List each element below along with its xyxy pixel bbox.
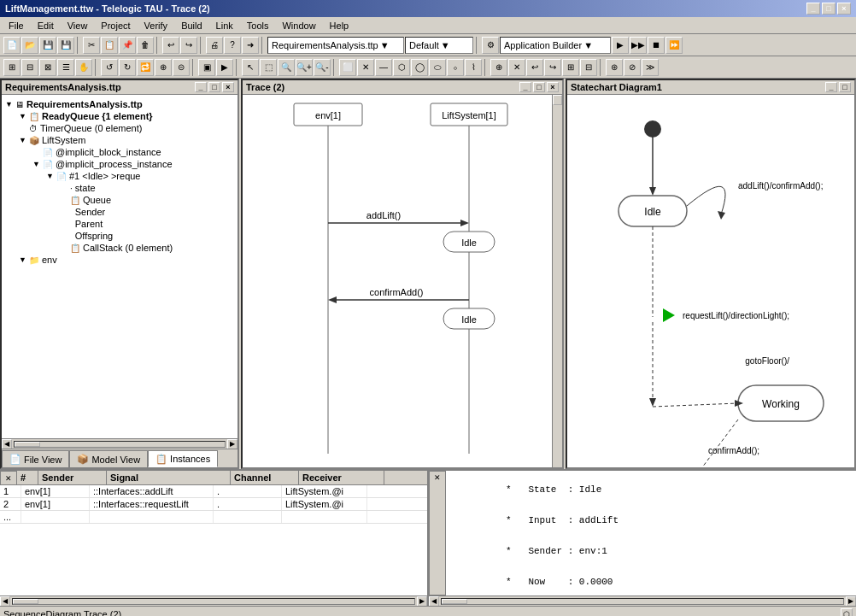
builder-dropdown[interactable]: Application Builder ▼ [500,37,611,54]
tb2-shape-1[interactable]: ⬜ [339,59,356,76]
undo-button[interactable]: ↩ [162,37,179,54]
tree-expand-instance1[interactable]: ▼ [46,172,56,180]
minimize-button[interactable]: _ [806,3,820,15]
menu-build[interactable]: Build [176,20,207,32]
table-row-1[interactable]: 1 env[1] ::Interfaces::addLift . LiftSys… [0,485,427,498]
tb2-anim-2[interactable]: ✕ [508,59,525,76]
tree-item-timerqueue[interactable]: ⏱ TimerQueue (0 element) [5,122,234,134]
redo-button[interactable]: ↪ [180,37,197,54]
tree-item-liftsystem[interactable]: ▼ 📦 LiftSystem [5,134,234,146]
arrow-button[interactable]: ➜ [242,37,259,54]
tb2-btn-9[interactable]: ⊕ [155,59,172,76]
tb-run-4[interactable]: ⏩ [665,37,683,54]
tb2-btn-10[interactable]: ⊝ [173,59,190,76]
tree-item-parent[interactable]: Parent [5,218,234,230]
menu-window[interactable]: Window [277,20,320,32]
tb2-shape-7[interactable]: ⬦ [447,59,464,76]
trace-maximize[interactable]: □ [533,82,545,92]
tb2-zoom[interactable]: 🔍 [278,59,295,76]
tb2-shape-3[interactable]: — [375,59,392,76]
tb-run-2[interactable]: ▶▶ [630,37,647,54]
tb2-btn-1[interactable]: ⊞ [3,59,21,76]
left-panel-maximize[interactable]: □ [208,82,220,92]
tree-item-block-instance[interactable]: 📄 @implicit_block_instance [5,146,234,158]
paste-button[interactable]: 📌 [119,37,136,54]
log-scroll-track[interactable] [441,598,844,605]
builder-dropdown-arrow[interactable]: ▼ [583,40,593,50]
tb-icon-1[interactable]: ⚙ [482,37,499,54]
tree-expand-env[interactable]: ▼ [19,255,29,264]
menu-link[interactable]: Link [211,20,238,32]
menu-verify[interactable]: Verify [139,20,173,32]
tree-item-queue[interactable]: 📋 Queue [5,194,234,206]
tree-item-offspring[interactable]: Offspring [5,230,234,242]
tb2-btn-2[interactable]: ⊟ [21,59,38,76]
log-scroll-right[interactable]: ▶ [846,596,856,607]
tree-item-env[interactable]: ▼ 📁 env [5,254,234,266]
statechart-maximize[interactable]: □ [839,82,851,92]
tb2-shape-8[interactable]: ⌇ [465,59,482,76]
cut-button[interactable]: ✂ [83,37,100,54]
tb2-anim-6[interactable]: ⊟ [580,59,597,76]
menu-view[interactable]: View [62,20,93,32]
tb2-anim-4[interactable]: ↪ [544,59,561,76]
print-button[interactable]: 🖨 [206,37,223,54]
tree-expand-root[interactable]: ▼ [5,100,15,109]
maximize-button[interactable]: □ [822,3,835,15]
tb2-btn-7[interactable]: ↻ [119,59,136,76]
trace-scrollbar-v[interactable] [552,95,562,467]
tb2-shape-2[interactable]: ✕ [357,59,374,76]
scroll-left-btn[interactable]: ◀ [2,439,12,449]
tb2-cursor[interactable]: ↖ [242,59,259,76]
menu-tools[interactable]: Tools [242,20,274,32]
tb-run-1[interactable]: ▶ [612,37,629,54]
tb2-select[interactable]: ⬚ [260,59,277,76]
log-scroll-left[interactable]: ◀ [429,596,439,607]
table-scroll-track[interactable] [12,598,415,605]
tab-file-view[interactable]: 📄 File View [2,450,69,467]
project-dropdown-arrow[interactable]: ▼ [380,40,390,50]
delete-button[interactable]: 🗑 [137,37,154,54]
trace-restore[interactable]: _ [519,82,531,92]
left-panel-restore[interactable]: _ [195,82,207,92]
left-panel-scrollbar-h[interactable]: ◀ ▶ [2,438,237,449]
tb2-anim-1[interactable]: ⊕ [490,59,507,76]
tb-run-3[interactable]: ⏹ [648,37,665,54]
trace-close[interactable]: × [547,82,559,92]
tb2-zoom-out[interactable]: 🔍- [314,59,331,76]
tb2-btn-8[interactable]: 🔁 [137,59,154,76]
table-scroll-right[interactable]: ▶ [417,596,427,607]
tree-expand-readyqueue[interactable]: ▼ [19,112,29,120]
tb2-step-2[interactable]: ⊘ [624,59,641,76]
status-resize-btn[interactable]: ⬡ [841,608,853,617]
menu-file[interactable]: File [3,20,29,32]
tree-item-process-instance[interactable]: ▼ 📄 @implicit_process_instance [5,158,234,170]
statechart-restore[interactable]: _ [825,82,837,92]
tree-expand-liftsystem[interactable]: ▼ [19,136,29,144]
help-button[interactable]: ? [224,37,241,54]
new-button[interactable]: 📄 [3,37,21,54]
close-button[interactable]: × [837,3,851,15]
tb2-btn-12[interactable]: ▶ [216,59,233,76]
tb2-anim-3[interactable]: ↩ [526,59,543,76]
tree-item-sender[interactable]: Sender [5,206,234,218]
left-panel-close[interactable]: × [222,82,234,92]
menu-help[interactable]: Help [325,20,355,32]
tree-item-instance1[interactable]: ▼ 📄 #1 <Idle> >reque [5,170,234,182]
copy-button[interactable]: 📋 [101,37,118,54]
tb2-btn-3[interactable]: ⊠ [39,59,56,76]
scroll-right-btn[interactable]: ▶ [227,439,237,449]
tb2-btn-11[interactable]: ▣ [198,59,215,76]
project-dropdown[interactable]: RequirementsAnalysis.ttp ▼ [267,37,404,54]
tb2-shape-5[interactable]: ◯ [411,59,428,76]
tree-item-callstack[interactable]: 📋 CallStack (0 element) [5,242,234,254]
table-scrollbar-h[interactable]: ◀ ▶ [0,595,427,606]
config-dropdown[interactable]: Default ▼ [405,37,473,54]
menu-edit[interactable]: Edit [32,20,59,32]
tree-item-readyqueue[interactable]: ▼ 📋 ReadyQueue {1 element} [5,110,234,122]
tb2-anim-5[interactable]: ⊞ [562,59,579,76]
tb2-btn-5[interactable]: ✋ [75,59,92,76]
tb2-zoom-in[interactable]: 🔍+ [296,59,313,76]
table-row-2[interactable]: 2 env[1] ::Interfaces::requestLift . Lif… [0,498,427,511]
open-button[interactable]: 📂 [21,37,38,54]
